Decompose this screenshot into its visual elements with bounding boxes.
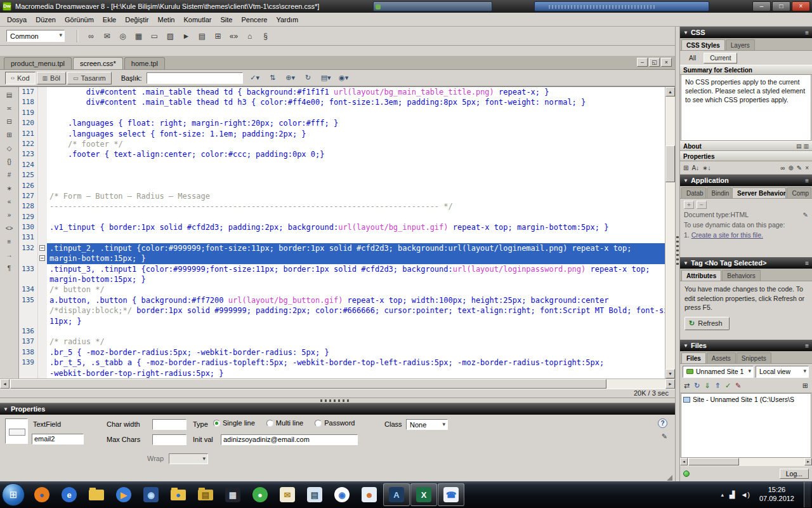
code-line[interactable]: 133.tinput_3, .tinput1 {color:#999999;fo… (19, 264, 665, 274)
menu-item-site[interactable]: Site (216, 14, 237, 25)
doc-tab-product-menu-tpl[interactable]: product_menu.tpl (4, 57, 72, 69)
type-option-multi-line[interactable]: Multi line (266, 419, 303, 427)
code-line[interactable]: 122 /* footer */ (19, 139, 665, 149)
about-section-header[interactable]: About ▤▥ (680, 141, 812, 151)
wrap-select[interactable] (169, 453, 208, 464)
menu-item-ekle[interactable]: Ekle (98, 14, 121, 25)
people-icon[interactable]: ☻ (356, 483, 383, 506)
panel-menu-icon[interactable]: ≡ (805, 342, 809, 349)
script-icon[interactable]: § (258, 29, 273, 43)
code-line[interactable]: 132−.tinput_2, .tinput {color:#999999;fo… (19, 243, 665, 253)
show-desktop-button[interactable] (804, 482, 811, 507)
set-properties-view-icon[interactable]: ∗↓ (702, 164, 710, 171)
menu-item-komutlar[interactable]: Komutlar (179, 14, 216, 25)
get-files-icon[interactable]: ⇓ (704, 382, 710, 390)
document-close-button[interactable]: × (661, 58, 672, 67)
indent-code-icon[interactable]: → (3, 249, 16, 260)
char-width-input[interactable] (152, 419, 187, 430)
code-line[interactable]: 131 (19, 232, 665, 243)
tab-behaviors[interactable]: Behaviors (722, 270, 760, 281)
field-name-input[interactable]: email2 (32, 434, 84, 444)
help-icon[interactable]: ? (658, 418, 667, 428)
code-line[interactable]: 124 (19, 160, 665, 170)
minimize-button[interactable]: – (752, 1, 771, 11)
doc-icon[interactable]: ▤ (796, 143, 802, 149)
firefox-icon[interactable]: ● (29, 483, 55, 506)
code-line[interactable]: 118 div#content .main_table thead td h3 … (19, 97, 665, 107)
css-panel-header[interactable]: ▼ CSS ≡ (680, 27, 812, 38)
tab-datab[interactable]: Datab (681, 187, 706, 198)
files-scroll-thumb[interactable] (688, 458, 739, 465)
tab-bindin[interactable]: Bindin (707, 187, 731, 198)
tab-server-behaviors[interactable]: Server Behaviors (732, 187, 786, 198)
expand-all-icon[interactable]: ⊞ (3, 129, 16, 140)
server-include-icon[interactable]: ⊞ (211, 29, 225, 43)
code-line[interactable]: −margin-bottom:15px; } (19, 253, 665, 264)
close-button[interactable]: × (792, 1, 810, 11)
doc-icon[interactable]: ▥ (803, 143, 809, 149)
dock-splitter[interactable] (675, 27, 679, 481)
type-option-single-line[interactable]: Single line (213, 419, 255, 427)
delete-css-rule-icon[interactable]: × (805, 164, 809, 171)
menu-item-d-zen[interactable]: Düzen (31, 14, 60, 25)
menu-item-de-i-tir[interactable]: Değiştir (121, 14, 153, 25)
code-line[interactable]: 128-------------------------------------… (19, 201, 665, 211)
collapse-selection-icon[interactable]: ⊟ (3, 116, 16, 127)
scroll-left-button[interactable]: ◄ (0, 379, 10, 389)
code-line[interactable]: 129 (19, 212, 665, 222)
code-line[interactable]: 134/* button */ (19, 284, 665, 295)
date-icon[interactable]: ▤ (195, 29, 209, 43)
code-line[interactable]: 127/* Form – Button – Radius – Message (19, 191, 665, 201)
application-panel-header[interactable]: ▼ Application ≡ (680, 175, 812, 186)
folder-icon[interactable] (83, 483, 110, 506)
attach-stylesheet-icon[interactable]: ∞ (780, 164, 785, 171)
network-icon[interactable]: ▟ (730, 491, 735, 499)
notes-app-icon[interactable]: ▤ (301, 483, 328, 506)
menu-item-metin[interactable]: Metin (154, 14, 180, 25)
format-source-icon[interactable]: ¶ (3, 262, 16, 274)
eye-app-icon[interactable]: ◉ (138, 483, 164, 506)
validate-markup-icon[interactable]: ✓▾ (247, 72, 263, 84)
edit-doctype-icon[interactable]: ✎ (803, 210, 808, 220)
code-line[interactable]: 117 div#content .main_table thead td { b… (19, 87, 665, 97)
mail-icon[interactable]: ✉ (274, 483, 301, 506)
add-behavior-button[interactable]: + (684, 201, 694, 209)
collapse-code-icon[interactable]: − (39, 255, 45, 261)
files-panel-header[interactable]: ▼ Files ≡ (680, 340, 812, 351)
files-horizontal-scrollbar[interactable]: ◄ ► (680, 458, 812, 466)
panel-menu-icon[interactable]: ≡ (805, 260, 809, 267)
document-restore-button[interactable]: ◱ (649, 58, 660, 67)
clock[interactable]: 15:26 07.09.2012 (759, 486, 794, 504)
collapse-code-icon[interactable]: − (39, 245, 45, 251)
excel-icon[interactable]: X (410, 483, 437, 506)
comment-icon[interactable]: «» (226, 29, 241, 43)
code-line[interactable]: 11px; } (19, 316, 665, 326)
menu-item-g-r-n-m[interactable]: Görünüm (60, 14, 98, 25)
code-line[interactable]: 125 (19, 170, 665, 180)
checkin-files-icon[interactable]: ✎ (735, 382, 741, 390)
code-line[interactable]: 130.v1_tinput { border:1px solid #cfd2d3… (19, 222, 665, 232)
wrap-tag-icon[interactable]: <> (3, 222, 16, 234)
horizontal-scrollbar[interactable]: ◄ ► (0, 378, 675, 389)
init-val-input[interactable]: adinizsoyadiniz@email.com (221, 434, 358, 445)
file-management-icon[interactable]: ⇅ (265, 72, 280, 84)
phone-app-icon[interactable]: ☎ (438, 483, 464, 506)
line-numbers-icon[interactable]: # (3, 169, 16, 180)
google-earth-icon[interactable]: ◉ (329, 483, 355, 506)
checkout-files-icon[interactable]: ✓ (725, 382, 731, 390)
tab-snippets[interactable]: Snippets (737, 352, 771, 363)
remove-behavior-button[interactable]: − (697, 201, 707, 209)
menu-item-dosya[interactable]: Dosya (3, 14, 31, 25)
tab-files[interactable]: Files (681, 352, 706, 363)
vertical-scrollbar[interactable]: ▲ ▼ (665, 87, 675, 378)
refresh-button[interactable]: ↻ Refresh (684, 317, 730, 330)
refresh-icon[interactable]: ↻ (694, 382, 700, 390)
properties-section-header[interactable]: Properties (680, 151, 812, 161)
mode-current[interactable]: Current (704, 53, 737, 64)
view-options-icon[interactable]: ▤▾ (318, 72, 334, 84)
doc-tab-home-tpl[interactable]: home.tpl (124, 57, 165, 69)
new-css-rule-icon[interactable]: ⊕ (788, 164, 793, 171)
insert-div-icon[interactable]: ▭ (147, 29, 162, 43)
view-button-tasar-m[interactable]: ▭Tasarım (67, 72, 112, 84)
list-view-icon[interactable]: A↓ (691, 164, 699, 171)
